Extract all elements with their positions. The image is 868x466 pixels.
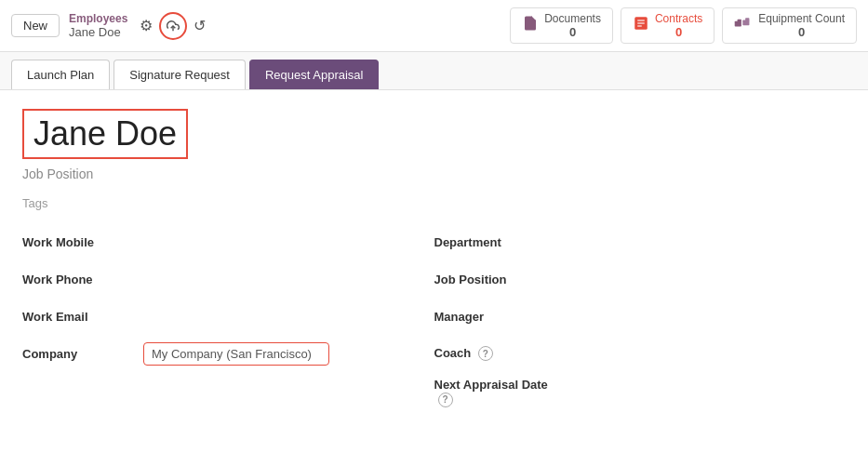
work-email-label: Work Email <box>22 310 143 324</box>
svg-rect-5 <box>735 21 741 27</box>
company-row: Company My Company (San Francisco) <box>22 337 434 370</box>
tags-label: Tags <box>22 196 846 210</box>
equipment-button[interactable]: Equipment Count 0 <box>722 7 857 44</box>
tab-launch-plan[interactable]: Launch Plan <box>11 60 110 89</box>
coach-help-icon[interactable]: ? <box>478 346 493 361</box>
equipment-label: Equipment Count <box>758 12 845 25</box>
form-left: Work Mobile Work Phone Work Email Compan… <box>22 225 434 411</box>
department-label: Department <box>434 235 555 249</box>
tab-request-appraisal[interactable]: Request Appraisal <box>249 60 380 89</box>
work-phone-row: Work Phone <box>22 262 434 296</box>
form-right: Department Job Position Manager Coach ? <box>434 225 847 411</box>
contracts-icon <box>633 15 649 36</box>
manager-row: Manager <box>434 300 847 333</box>
form-grid: Work Mobile Work Phone Work Email Compan… <box>22 225 846 411</box>
documents-icon <box>522 15 539 36</box>
manager-label: Manager <box>434 310 555 324</box>
refresh-icon[interactable]: ↺ <box>191 14 208 37</box>
new-button[interactable]: New <box>11 14 60 37</box>
documents-count: 0 <box>544 25 601 39</box>
work-phone-label: Work Phone <box>22 273 143 286</box>
work-mobile-label: Work Mobile <box>22 235 143 249</box>
job-position-label: Job Position <box>434 273 555 286</box>
svg-rect-8 <box>745 18 749 20</box>
work-email-row: Work Email <box>22 300 434 333</box>
company-label: Company <box>22 347 143 361</box>
contracts-button[interactable]: Contracts 0 <box>621 7 714 44</box>
svg-rect-7 <box>743 20 750 25</box>
coach-label: Coach ? <box>434 346 555 362</box>
top-bar: New Employees Jane Doe ⚙ ↺ Documents 0 <box>0 0 868 52</box>
svg-rect-6 <box>738 20 741 22</box>
employee-name: Jane Doe <box>33 114 177 153</box>
breadcrumb: Employees Jane Doe <box>69 12 127 39</box>
work-mobile-row: Work Mobile <box>22 225 434 259</box>
job-position-placeholder[interactable]: Job Position <box>22 166 846 181</box>
next-appraisal-label: Next Appraisal Date ? <box>434 378 555 407</box>
contracts-count: 0 <box>655 25 702 39</box>
department-row: Department <box>434 225 847 259</box>
documents-button[interactable]: Documents 0 <box>510 7 613 44</box>
job-position-row: Job Position <box>434 262 847 296</box>
next-appraisal-row: Next Appraisal Date ? <box>434 374 847 411</box>
breadcrumb-current: Jane Doe <box>69 25 127 39</box>
documents-label: Documents <box>544 12 601 25</box>
next-appraisal-help-icon[interactable]: ? <box>438 393 453 407</box>
stat-buttons: Documents 0 Contracts 0 <box>510 7 857 44</box>
main-content: Jane Doe Job Position Tags Work Mobile W… <box>0 90 868 430</box>
upload-icon[interactable] <box>159 12 187 40</box>
gear-icon[interactable]: ⚙ <box>137 14 155 37</box>
tab-signature-request[interactable]: Signature Request <box>114 60 246 89</box>
tab-bar: Launch Plan Signature Request Request Ap… <box>0 52 868 90</box>
equipment-count: 0 <box>758 25 845 39</box>
equipment-icon <box>734 15 753 36</box>
contracts-label: Contracts <box>655 12 702 25</box>
breadcrumb-parent[interactable]: Employees <box>69 12 127 25</box>
employee-name-container: Jane Doe <box>22 109 188 159</box>
company-input[interactable]: My Company (San Francisco) <box>143 342 329 366</box>
coach-row: Coach ? <box>434 337 847 370</box>
